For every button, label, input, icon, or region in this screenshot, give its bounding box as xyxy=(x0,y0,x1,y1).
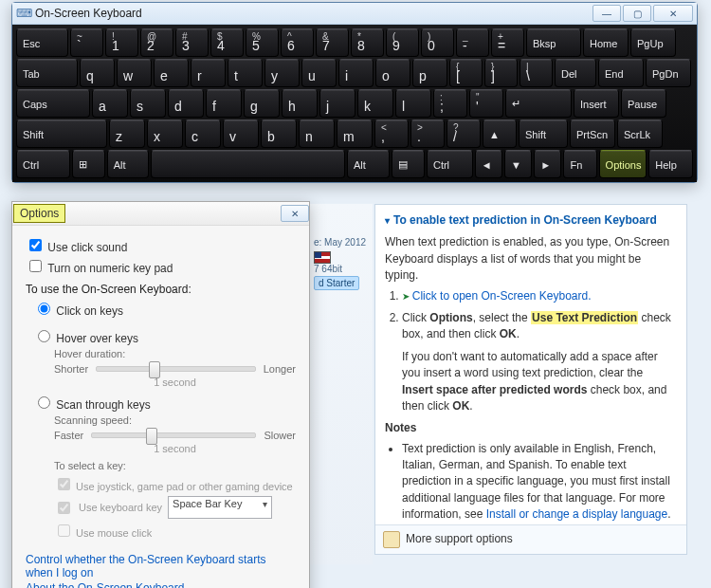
key-g[interactable]: g xyxy=(244,89,280,118)
key-options[interactable]: Options xyxy=(599,150,647,178)
help-title[interactable]: To enable text prediction in On-Screen K… xyxy=(385,212,677,229)
key-i[interactable]: i xyxy=(338,59,374,87)
key-[interactable]: /? xyxy=(447,119,481,148)
minimize-button[interactable]: — xyxy=(592,5,621,22)
key-k[interactable]: k xyxy=(357,89,393,118)
key-shift[interactable]: Shift xyxy=(519,119,568,148)
key-caps[interactable]: Caps xyxy=(16,89,90,118)
key-pgup[interactable]: PgUp xyxy=(630,28,676,57)
key-[interactable]: ]} xyxy=(484,59,518,87)
key-7[interactable]: 7& xyxy=(316,28,349,57)
key-insert[interactable]: Insert xyxy=(574,89,619,118)
key-[interactable]: ◄ xyxy=(475,150,502,178)
key-[interactable]: '" xyxy=(469,89,503,118)
key-j[interactable]: j xyxy=(319,89,356,118)
key-[interactable]: ↵ xyxy=(505,89,572,118)
key-r[interactable]: r xyxy=(191,59,226,87)
key-help[interactable]: Help xyxy=(648,150,693,178)
key-del[interactable]: Del xyxy=(555,59,596,87)
key-[interactable]: ► xyxy=(534,150,561,178)
osk-titlebar[interactable]: ⌨ On-Screen Keyboard — ▢ ✕ xyxy=(12,3,697,25)
key-ctrl[interactable]: Ctrl xyxy=(427,150,473,178)
key-[interactable]: ⊞ xyxy=(72,150,105,178)
key-3[interactable]: 3# xyxy=(175,28,209,57)
key-[interactable]: `~ xyxy=(70,28,103,57)
bg-flags xyxy=(314,251,369,264)
key-[interactable]: .> xyxy=(410,119,445,148)
key-[interactable]: ▲ xyxy=(483,119,517,148)
logon-link[interactable]: Control whether the On-Screen Keyboard s… xyxy=(26,553,265,579)
key-u[interactable]: u xyxy=(301,59,337,87)
key-[interactable]: ;: xyxy=(433,89,467,118)
scan-through-keys-input[interactable] xyxy=(38,396,50,409)
open-osk-link[interactable]: Click to open On-Screen Keyboard. xyxy=(402,289,592,303)
click-on-keys-radio[interactable]: Click on keys xyxy=(33,300,296,318)
key-5[interactable]: 5% xyxy=(246,28,279,57)
key-[interactable]: ▼ xyxy=(504,150,532,178)
numeric-keypad-checkbox[interactable]: Turn on numeric key pad xyxy=(26,257,296,275)
key-bksp[interactable]: Bksp xyxy=(526,28,581,57)
key-l[interactable]: l xyxy=(395,89,431,118)
hover-over-keys-input[interactable] xyxy=(38,330,50,342)
key-[interactable]: ▤ xyxy=(392,150,425,178)
key-fn[interactable]: Fn xyxy=(563,150,596,178)
key-d[interactable]: d xyxy=(168,89,204,118)
key-x[interactable]: x xyxy=(147,119,183,148)
options-close-button[interactable]: ✕ xyxy=(281,205,309,222)
display-language-link[interactable]: Install or change a display language xyxy=(486,507,667,521)
maximize-button[interactable]: ▢ xyxy=(623,5,651,22)
key-c[interactable]: c xyxy=(185,119,221,148)
hover-over-keys-radio[interactable]: Hover over keys xyxy=(33,327,296,345)
key-[interactable]: -_ xyxy=(456,28,489,57)
key-[interactable]: [{ xyxy=(449,59,483,87)
key-n[interactable]: n xyxy=(299,119,335,148)
numeric-keypad-input[interactable] xyxy=(29,260,42,272)
close-button[interactable]: ✕ xyxy=(653,5,693,22)
key-p[interactable]: p xyxy=(412,59,447,87)
key-1[interactable]: 1! xyxy=(105,28,138,57)
key-[interactable]: \| xyxy=(520,59,553,87)
key-y[interactable]: y xyxy=(264,59,300,87)
key-e[interactable]: e xyxy=(154,59,189,87)
key-[interactable]: =+ xyxy=(491,28,524,57)
key-v[interactable]: v xyxy=(223,119,259,148)
key-0[interactable]: 0) xyxy=(421,28,454,57)
key-h[interactable]: h xyxy=(282,89,318,118)
key-esc[interactable]: Esc xyxy=(16,28,68,57)
key-a[interactable]: a xyxy=(92,89,128,118)
key-9[interactable]: 9( xyxy=(386,28,419,57)
key-b[interactable]: b xyxy=(261,119,297,148)
key-prtscn[interactable]: PrtScn xyxy=(570,119,615,148)
key-f[interactable]: f xyxy=(206,89,242,118)
use-click-sound-checkbox[interactable]: Use click sound xyxy=(26,236,296,254)
key-alt[interactable]: Alt xyxy=(107,150,150,178)
key-2[interactable]: 2@ xyxy=(140,28,173,57)
key-[interactable]: ,< xyxy=(374,119,409,148)
key-z[interactable]: z xyxy=(109,119,145,148)
key-home[interactable]: Home xyxy=(583,28,629,57)
about-link[interactable]: About the On-Screen Keyboard xyxy=(26,581,184,588)
key-q[interactable]: q xyxy=(80,59,115,87)
key-s[interactable]: s xyxy=(130,89,166,118)
key-shift[interactable]: Shift xyxy=(16,119,107,148)
key-6[interactable]: 6^ xyxy=(281,28,314,57)
key-t[interactable]: t xyxy=(228,59,263,87)
key-w[interactable]: w xyxy=(117,59,152,87)
more-support[interactable]: More support options xyxy=(375,524,686,554)
key-scrlk[interactable]: ScrLk xyxy=(617,119,663,148)
key-ctrl[interactable]: Ctrl xyxy=(16,150,70,178)
click-on-keys-input[interactable] xyxy=(38,303,50,315)
key-[interactable] xyxy=(151,150,345,178)
key-pause[interactable]: Pause xyxy=(621,89,666,118)
key-8[interactable]: 8* xyxy=(351,28,384,57)
key-end[interactable]: End xyxy=(598,59,644,87)
scan-through-keys-radio[interactable]: Scan through keys xyxy=(33,394,296,412)
key-pgdn[interactable]: PgDn xyxy=(646,59,691,87)
key-4[interactable]: 4$ xyxy=(210,28,244,57)
key-o[interactable]: o xyxy=(375,59,410,87)
key-m[interactable]: m xyxy=(337,119,373,148)
use-click-sound-input[interactable] xyxy=(29,239,42,251)
options-titlebar[interactable]: Options ✕ xyxy=(12,202,309,226)
key-alt[interactable]: Alt xyxy=(347,150,390,178)
key-tab[interactable]: Tab xyxy=(16,59,78,87)
